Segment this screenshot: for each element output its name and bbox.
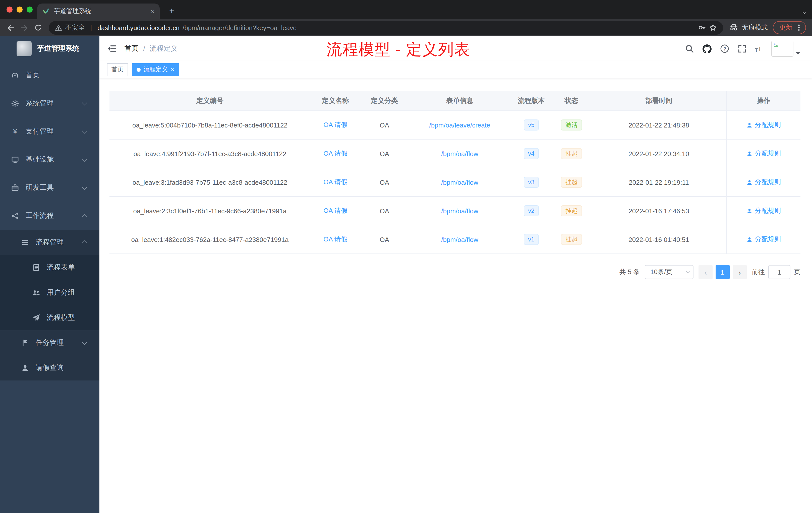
sidebar-item-process-form[interactable]: 流程表单 [0, 255, 99, 280]
document-icon [32, 264, 40, 272]
table-row: oa_leave:4:991f2193-7b7f-11ec-a3c8-acde4… [110, 140, 801, 168]
user-avatar[interactable] [771, 41, 800, 57]
forward-icon[interactable] [18, 21, 31, 34]
tag-home[interactable]: 首页 [107, 63, 128, 76]
assign-rule-link[interactable]: 分配规则 [746, 178, 781, 187]
svg-text:¥: ¥ [13, 128, 17, 135]
breadcrumb-home[interactable]: 首页 [124, 44, 139, 53]
cell-deploy-time: 2022-01-22 19:19:11 [591, 168, 726, 196]
form-info-link[interactable]: /bpm/oa/flow [441, 150, 478, 157]
sidebar-logo[interactable]: 芋道管理系统 [0, 36, 99, 61]
definition-name-link[interactable]: OA 请假 [323, 149, 347, 158]
sidebar-item-leave-query[interactable]: 请假查询 [0, 355, 99, 381]
sidebar-toggle-icon[interactable] [107, 44, 117, 54]
sidebar-item-process-management[interactable]: 流程管理 [0, 230, 99, 255]
page-size-select[interactable]: 10条/页 [645, 265, 694, 279]
page-number-button[interactable]: 1 [716, 265, 730, 279]
tag-process-definition[interactable]: 流程定义 × [132, 63, 179, 76]
tag-close-icon[interactable]: × [171, 66, 174, 73]
sidebar-item-system[interactable]: 系统管理 [0, 89, 99, 117]
url-host: dashboard.yudao.iocoder.cn [97, 24, 179, 31]
assign-rule-link[interactable]: 分配规则 [746, 206, 781, 215]
version-badge: v2 [523, 205, 539, 216]
security-warning-icon[interactable] [55, 24, 62, 31]
definition-name-link[interactable]: OA 请假 [323, 235, 347, 244]
cell-definition-id: oa_leave:1:482ec033-762a-11ec-8477-a2380… [110, 225, 310, 253]
definition-table: 定义编号 定义名称 定义分类 表单信息 流程版本 状态 部署时间 操作 oa_l… [110, 91, 801, 254]
tab-close-icon[interactable]: × [151, 7, 155, 15]
favicon-leaf-icon [42, 7, 50, 15]
github-icon[interactable] [702, 44, 711, 53]
next-page-button[interactable]: › [733, 265, 747, 279]
table-row: oa_leave:2:3c1f0ef1-76b1-11ec-9c66-a2380… [110, 197, 801, 225]
fullscreen-icon[interactable] [737, 44, 747, 53]
sidebar-item-devtools[interactable]: 研发工具 [0, 174, 99, 202]
new-tab-button[interactable]: + [166, 5, 178, 17]
cell-category: OA [360, 197, 408, 225]
user-icon [21, 364, 29, 372]
definition-name-link[interactable]: OA 请假 [323, 120, 347, 129]
chevron-down-icon [82, 157, 87, 161]
close-window-button[interactable] [6, 6, 12, 12]
assign-rule-link[interactable]: 分配规则 [746, 120, 781, 129]
form-info-link[interactable]: /bpm/oa/flow [441, 207, 478, 215]
prev-page-button[interactable]: ‹ [698, 265, 713, 279]
address-bar[interactable]: 不安全 | dashboard.yudao.iocoder.cn/bpm/man… [49, 21, 723, 34]
sidebar-item-infrastructure[interactable]: 基础设施 [0, 146, 99, 174]
assign-rule-link[interactable]: 分配规则 [746, 149, 781, 158]
pagination: 共 5 条 10条/页 ‹ 1 › 前往 页 [110, 265, 801, 279]
update-button[interactable]: 更新 [773, 21, 806, 34]
tab-search-chevron-icon[interactable] [803, 6, 806, 16]
col-header-id: 定义编号 [110, 91, 310, 111]
search-icon[interactable] [685, 44, 694, 53]
browser-menu-dots-icon[interactable] [795, 24, 803, 32]
cell-definition-id: oa_leave:3:1fad3d93-7b75-11ec-a3c8-acde4… [110, 168, 310, 196]
browser-tab[interactable]: 芋道管理系统 × [37, 3, 160, 19]
logo-avatar [17, 41, 32, 56]
dashboard-icon [11, 71, 19, 79]
sidebar-item-label: 用户分组 [47, 288, 75, 297]
minimize-window-button[interactable] [17, 6, 23, 12]
users-icon [32, 289, 40, 297]
screen: 芋道管理系统 × + 不安全 | dashboard.yudao.iocoder… [0, 0, 812, 513]
reload-icon[interactable] [31, 21, 45, 34]
maximize-window-button[interactable] [27, 6, 33, 12]
chevron-down-icon [82, 100, 87, 105]
definition-name-link[interactable]: OA 请假 [323, 206, 347, 215]
goto-page-input[interactable] [768, 265, 790, 279]
cell-definition-id: oa_leave:4:991f2193-7b7f-11ec-a3c8-acde4… [110, 140, 310, 168]
table-row: oa_leave:5:004b710b-7b8a-11ec-8ef0-acde4… [110, 111, 801, 140]
person-icon [746, 150, 753, 157]
sidebar-item-home[interactable]: 首页 [0, 61, 99, 89]
back-icon[interactable] [4, 21, 18, 34]
incognito-badge: 无痕模式 [729, 22, 768, 33]
help-icon[interactable]: ? [720, 44, 729, 53]
form-info-link[interactable]: /bpm/oa/leave/create [429, 121, 490, 129]
update-label: 更新 [779, 23, 792, 32]
sidebar-item-user-group[interactable]: 用户分组 [0, 280, 99, 305]
status-badge: 挂起 [561, 234, 582, 245]
person-icon [746, 179, 753, 185]
definition-name-link[interactable]: OA 请假 [323, 178, 347, 187]
breadcrumb-separator: / [143, 45, 145, 53]
sidebar-item-payment[interactable]: ¥ 支付管理 [0, 117, 99, 146]
font-size-icon[interactable]: TT [755, 45, 762, 53]
sidebar-item-task-management[interactable]: 任务管理 [0, 330, 99, 355]
bookmark-star-icon[interactable] [709, 24, 717, 32]
sidebar-item-label: 基础设施 [26, 155, 54, 164]
assign-rule-link[interactable]: 分配规则 [746, 235, 781, 244]
version-badge: v3 [523, 177, 539, 188]
status-badge: 挂起 [561, 205, 582, 216]
url-separator: | [90, 24, 92, 31]
list-icon [21, 238, 29, 246]
main-area: 首页 / 流程定义 流程模型 - 定义列表 ? [99, 36, 812, 513]
form-info-link[interactable]: /bpm/oa/flow [441, 178, 478, 186]
window-controls [0, 6, 40, 12]
tag-label: 首页 [112, 65, 123, 74]
version-badge: v5 [523, 119, 539, 130]
sidebar-item-workflow[interactable]: 工作流程 [0, 202, 99, 230]
password-key-icon[interactable] [698, 24, 706, 32]
sidebar-item-process-model[interactable]: 流程模型 [0, 305, 99, 330]
form-info-link[interactable]: /bpm/oa/flow [441, 236, 478, 243]
incognito-icon [729, 22, 738, 33]
